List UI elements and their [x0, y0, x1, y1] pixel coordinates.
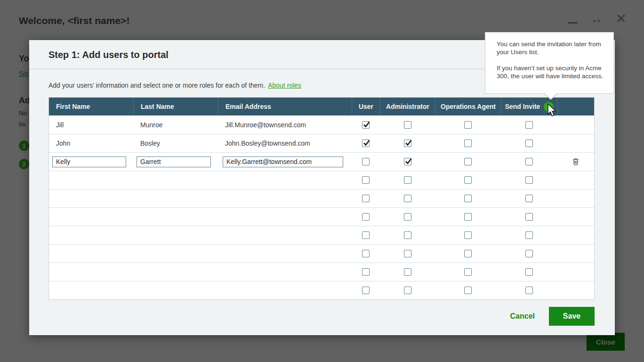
checkbox[interactable] — [362, 195, 370, 202]
checkbox[interactable] — [404, 158, 411, 165]
checkbox[interactable] — [464, 121, 472, 129]
checkbox[interactable] — [464, 176, 472, 184]
checkbox[interactable] — [525, 195, 533, 202]
operations-agent-role-cell — [435, 189, 501, 207]
send-invite-cell — [501, 134, 557, 152]
checkbox[interactable] — [362, 158, 370, 165]
actions-cell — [557, 134, 594, 152]
checkbox[interactable] — [525, 213, 533, 221]
about-roles-link[interactable]: About roles — [268, 82, 301, 89]
checkbox[interactable] — [404, 195, 411, 202]
operations-agent-role-cell — [435, 134, 501, 152]
save-button[interactable]: Save — [549, 307, 595, 326]
checkbox[interactable] — [525, 140, 533, 147]
send-invite-cell — [501, 281, 557, 299]
checkbox[interactable] — [464, 231, 472, 239]
column-header-administrator: Administrator — [380, 98, 435, 115]
delete-row-button[interactable] — [572, 158, 579, 165]
email-cell — [218, 263, 352, 281]
users-table: First Name Last Name Email Address User … — [48, 97, 595, 300]
email-cell — [218, 189, 352, 207]
checkbox[interactable] — [525, 121, 533, 129]
cancel-button[interactable]: Cancel — [510, 312, 535, 321]
checkbox[interactable] — [464, 195, 472, 202]
checkbox[interactable] — [404, 176, 411, 184]
last-name-cell — [133, 263, 218, 281]
checkbox[interactable] — [464, 213, 472, 221]
last-name-cell — [133, 281, 218, 299]
tooltip-paragraph-2: If you haven’t set up security in Acme 3… — [497, 64, 608, 80]
empty-table-row — [49, 263, 594, 281]
checkbox[interactable] — [362, 140, 370, 147]
checkbox[interactable] — [464, 140, 472, 147]
checkbox[interactable] — [525, 287, 533, 294]
first-name-input[interactable] — [52, 156, 126, 167]
column-header-last-name: Last Name — [133, 98, 218, 115]
checkbox[interactable] — [525, 250, 533, 257]
checkbox[interactable] — [404, 231, 411, 239]
checkbox[interactable] — [464, 287, 472, 294]
actions-cell — [557, 245, 594, 263]
send-invite-cell — [501, 245, 557, 263]
table-row — [49, 152, 594, 171]
checkbox[interactable] — [525, 158, 533, 165]
actions-cell — [557, 281, 594, 299]
empty-table-row — [49, 244, 594, 263]
actions-cell — [557, 153, 594, 171]
actions-cell — [557, 171, 594, 189]
send-invite-tooltip: You can send the invitation later from y… — [485, 32, 614, 94]
info-icon[interactable]: i — [544, 102, 554, 112]
checkbox[interactable] — [525, 231, 533, 239]
administrator-role-cell — [380, 134, 435, 152]
empty-table-row — [49, 226, 594, 244]
checkbox[interactable] — [404, 121, 411, 129]
administrator-role-cell — [380, 226, 435, 244]
user-role-cell — [352, 171, 380, 189]
column-header-email: Email Address — [218, 98, 352, 115]
email-input[interactable] — [223, 156, 343, 167]
email-cell: Jill.Munroe@townsend.com — [218, 115, 352, 134]
checkbox[interactable] — [525, 268, 533, 276]
last-name-cell — [133, 226, 218, 244]
last-name-cell — [133, 189, 218, 207]
administrator-role-cell — [380, 263, 435, 281]
table-body: JillMunroeJill.Munroe@townsend.comJohnBo… — [49, 115, 594, 299]
checkbox[interactable] — [464, 250, 472, 257]
checkbox[interactable] — [362, 250, 370, 257]
checkbox[interactable] — [525, 176, 533, 184]
operations-agent-role-cell — [435, 281, 501, 299]
send-invite-cell — [501, 208, 557, 226]
dialog-title: Step 1: Add users to portal — [48, 49, 169, 60]
user-role-cell — [352, 281, 380, 299]
checkbox[interactable] — [362, 213, 370, 221]
checkbox[interactable] — [362, 121, 370, 129]
email-cell — [218, 208, 352, 226]
checkbox[interactable] — [404, 268, 411, 276]
email-cell — [218, 171, 352, 189]
last-name-input[interactable] — [137, 156, 211, 167]
checkbox[interactable] — [464, 158, 472, 165]
first-name-cell — [49, 263, 133, 281]
user-role-cell — [352, 153, 380, 171]
send-invite-cell — [501, 263, 557, 281]
checkbox[interactable] — [464, 268, 472, 276]
send-invite-cell — [501, 153, 557, 171]
checkbox[interactable] — [362, 268, 370, 276]
operations-agent-role-cell — [435, 226, 501, 244]
checkbox[interactable] — [404, 250, 411, 257]
checkbox[interactable] — [404, 213, 411, 221]
empty-table-row — [49, 207, 594, 226]
checkbox[interactable] — [362, 231, 370, 239]
last-name-cell: Bosley — [133, 134, 218, 152]
empty-table-row — [49, 189, 594, 207]
first-name-cell — [49, 281, 133, 299]
checkbox[interactable] — [362, 287, 370, 294]
checkbox[interactable] — [404, 287, 411, 294]
user-role-cell — [352, 208, 380, 226]
first-name-cell: John — [49, 134, 133, 152]
description-text: Add your users’ information and select o… — [48, 82, 265, 89]
checkbox[interactable] — [362, 176, 370, 184]
user-role-cell — [352, 115, 380, 134]
checkbox[interactable] — [404, 140, 411, 147]
operations-agent-role-cell — [435, 153, 501, 171]
